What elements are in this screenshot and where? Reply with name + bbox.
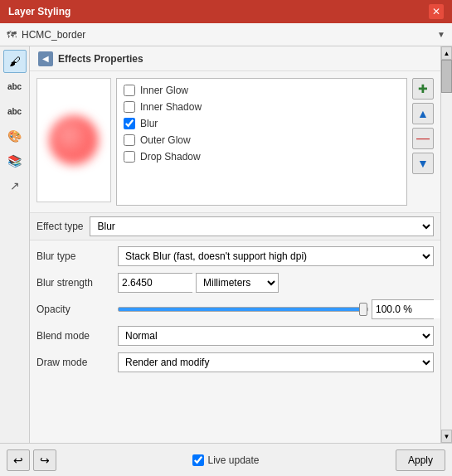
opacity-slider[interactable] — [118, 307, 368, 312]
drop-shadow-checkbox[interactable] — [124, 151, 135, 163]
add-effect-button[interactable]: ✚ — [412, 78, 434, 100]
blur-type-label: Blur type — [36, 250, 111, 262]
redo-button[interactable]: ↪ — [33, 449, 56, 471]
live-update-label: Live update — [207, 454, 259, 466]
blend-mode-select[interactable]: Normal Multiply Screen Overlay — [118, 326, 434, 346]
list-item: Blur — [120, 115, 403, 132]
blur-label: Blur — [140, 118, 158, 129]
effects-panel: Inner Glow Inner Shadow Blur Outer Glow … — [30, 71, 440, 212]
inner-glow-label: Inner Glow — [140, 85, 188, 96]
scroll-thumb[interactable] — [441, 60, 452, 93]
color-tool-button[interactable]: 🎨 — [3, 124, 27, 148]
undo-button[interactable]: ↩ — [7, 449, 30, 471]
preview-blob — [49, 115, 99, 165]
draw-mode-label: Draw mode — [36, 357, 111, 368]
effect-type-label: Effect type — [36, 221, 83, 232]
draw-mode-control: Render and modify Render only Modify onl… — [118, 352, 434, 372]
left-toolbar: 🖌 abc abc 🎨 📚 ↗ — [0, 46, 30, 443]
blur-type-select[interactable]: Stack Blur (fast, doesn't support high d… — [118, 246, 434, 266]
blur-strength-label: Blur strength — [36, 277, 111, 289]
move-down-button[interactable]: ▼ — [412, 153, 434, 174]
list-item: Drop Shadow — [120, 148, 403, 165]
move-up-button[interactable]: ▲ — [412, 103, 434, 124]
paint-tool-button[interactable]: 🖌 — [3, 50, 27, 73]
remove-effect-button[interactable]: — — [412, 128, 434, 149]
scroll-up-button[interactable]: ▲ — [441, 46, 452, 60]
undo-redo-group: ↩ ↪ — [7, 449, 56, 471]
blend-mode-control: Normal Multiply Screen Overlay — [118, 326, 434, 346]
opacity-number-wrap: ▲ ▼ — [372, 299, 434, 319]
blur-strength-control: ▲ ▼ Millimeters Pixels Map Units — [118, 273, 434, 293]
blur-strength-row: Blur strength ▲ ▼ Millimeters Pixels Map… — [36, 272, 434, 294]
unit-select[interactable]: Millimeters Pixels Map Units — [196, 273, 279, 293]
effects-properties-title: Effects Properties — [58, 53, 143, 65]
effects-list: Inner Glow Inner Shadow Blur Outer Glow … — [116, 78, 407, 206]
outer-glow-label: Outer Glow — [140, 134, 191, 146]
text-abc2-button[interactable]: abc — [3, 100, 27, 123]
scroll-down-button[interactable]: ▼ — [441, 430, 452, 443]
opacity-input[interactable] — [372, 300, 440, 318]
inner-shadow-label: Inner Shadow — [140, 101, 202, 113]
content-area: ◀ Effects Properties Inner Glow Inner Sh… — [30, 46, 440, 443]
draw-mode-select[interactable]: Render and modify Render only Modify onl… — [118, 352, 434, 372]
blend-mode-row: Blend mode Normal Multiply Screen Overla… — [36, 325, 434, 347]
effects-action-buttons: ✚ ▲ — ▼ — [412, 78, 434, 206]
window-title: Layer Styling — [8, 6, 70, 17]
live-update-checkbox[interactable] — [192, 454, 204, 466]
opacity-label: Opacity — [36, 304, 111, 315]
list-item: Inner Shadow — [120, 99, 403, 115]
layers-tool-button[interactable]: 📚 — [3, 149, 27, 172]
arrow-tool-button[interactable]: ↗ — [3, 174, 27, 197]
blur-type-control: Stack Blur (fast, doesn't support high d… — [118, 246, 434, 266]
opacity-control: ▲ ▼ — [118, 299, 434, 319]
apply-button[interactable]: Apply — [396, 449, 445, 471]
inner-glow-checkbox[interactable] — [124, 85, 135, 96]
right-scrollbar: ▲ ▼ — [440, 46, 452, 443]
blur-strength-input-wrap: ▲ ▼ — [118, 273, 192, 293]
draw-mode-row: Draw mode Render and modify Render only … — [36, 352, 434, 373]
bottom-bar: ↩ ↪ Live update Apply — [0, 443, 452, 476]
effects-header: ◀ Effects Properties — [30, 46, 440, 71]
blend-mode-label: Blend mode — [36, 330, 111, 342]
title-bar: Layer Styling ✕ — [0, 0, 452, 23]
layer-dropdown-bar: 🗺 HCMC_border ▼ — [0, 23, 452, 46]
inner-shadow-checkbox[interactable] — [124, 101, 135, 113]
properties-section: Blur type Stack Blur (fast, doesn't supp… — [30, 240, 440, 378]
close-button[interactable]: ✕ — [429, 4, 444, 19]
list-item: Outer Glow — [120, 132, 403, 148]
effect-preview — [36, 78, 111, 202]
outer-glow-checkbox[interactable] — [124, 134, 135, 146]
text-abc-button[interactable]: abc — [3, 75, 27, 98]
back-button[interactable]: ◀ — [38, 51, 53, 66]
effect-type-select[interactable]: Blur — [90, 216, 434, 236]
blur-type-row: Blur type Stack Blur (fast, doesn't supp… — [36, 245, 434, 267]
drop-shadow-label: Drop Shadow — [140, 151, 201, 163]
layer-icon: 🗺 — [7, 29, 17, 41]
blur-checkbox[interactable] — [124, 118, 135, 129]
opacity-row: Opacity ▲ ▼ — [36, 299, 434, 320]
effect-type-row: Effect type Blur — [30, 212, 440, 240]
list-item: Inner Glow — [120, 82, 403, 99]
layer-name: HCMC_border — [22, 29, 437, 41]
live-update-wrap: Live update — [192, 454, 259, 466]
chevron-down-icon: ▼ — [437, 30, 445, 39]
scroll-track — [441, 60, 452, 430]
